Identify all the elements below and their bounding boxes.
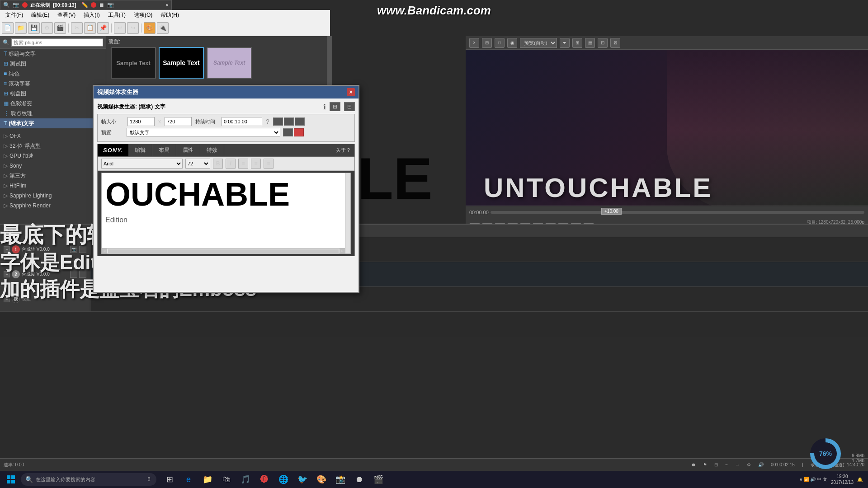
tree-item-32bit[interactable]: ▷ 32-位 浮点型 bbox=[0, 141, 106, 151]
redo-btn[interactable]: ↪ bbox=[127, 22, 139, 34]
tree-item-sapphire-render[interactable]: ▷ Sapphire Render bbox=[0, 201, 106, 211]
menu-edit[interactable]: 编辑(E) bbox=[28, 10, 53, 20]
taskbar-folder[interactable]: 📁 bbox=[199, 472, 216, 487]
start-button[interactable] bbox=[2, 472, 20, 487]
tree-item-title-text[interactable]: T 标题与文字 bbox=[0, 49, 106, 59]
dialog-btn1[interactable] bbox=[273, 117, 283, 126]
align-left-btn[interactable]: ≡ bbox=[238, 159, 248, 169]
taskbar-store[interactable]: 🛍 bbox=[218, 472, 235, 487]
tab-properties[interactable]: 属性 bbox=[176, 144, 200, 156]
taskbar-app1[interactable]: 🎵 bbox=[237, 472, 254, 487]
frame-width-input[interactable] bbox=[127, 117, 155, 126]
menu-file[interactable]: 文件(F) bbox=[2, 10, 27, 20]
tab-effects[interactable]: 特效 bbox=[200, 144, 224, 156]
prop-btn[interactable]: ⚙ bbox=[41, 22, 53, 34]
menu-insert[interactable]: 插入(I) bbox=[80, 10, 103, 20]
preview-mode-select[interactable]: 预览(自动) bbox=[520, 38, 557, 48]
save-btn[interactable]: 💾 bbox=[28, 22, 40, 34]
screenshot-icon[interactable]: 📷 bbox=[107, 2, 114, 8]
help-icon[interactable]: ? bbox=[266, 118, 269, 125]
recording-close[interactable]: × bbox=[166, 2, 169, 8]
menu-tools[interactable]: 工具(T) bbox=[104, 10, 129, 20]
voice-icon[interactable]: 🎙 bbox=[146, 476, 152, 483]
preset-item-2[interactable]: Sample Text bbox=[159, 47, 204, 79]
rec-dot2[interactable] bbox=[91, 2, 96, 8]
rp-btn4[interactable]: ◉ bbox=[507, 38, 517, 48]
track-toggle-2[interactable]: − bbox=[4, 271, 10, 277]
rp-btn3[interactable]: □ bbox=[495, 38, 505, 48]
taskbar-app6[interactable]: 📸 bbox=[332, 472, 349, 487]
rp-btn6[interactable]: ⊞ bbox=[572, 38, 582, 48]
playback-icon[interactable]: ⏺ bbox=[691, 462, 696, 467]
dialog-info-icon[interactable]: ℹ bbox=[323, 103, 326, 111]
menu-help[interactable]: 帮助(H) bbox=[157, 10, 183, 20]
rp-btn9[interactable]: ⊠ bbox=[610, 38, 620, 48]
align-center-btn[interactable]: ≡ bbox=[251, 159, 261, 169]
italic-btn[interactable]: I bbox=[226, 159, 236, 169]
tree-item-noise[interactable]: ⋮ 噪点纹理 bbox=[0, 108, 106, 118]
undo-btn[interactable]: ↩ bbox=[114, 22, 126, 34]
taskbar-edge[interactable]: e bbox=[180, 472, 197, 487]
settings-icon[interactable]: ⚙ bbox=[747, 462, 751, 467]
scroll-track[interactable] bbox=[108, 249, 339, 253]
taskbar-app8[interactable]: 🎬 bbox=[370, 472, 387, 487]
taskbar-app4[interactable]: 🐦 bbox=[294, 472, 311, 487]
tree-item-ofx[interactable]: ▷ OFX bbox=[0, 131, 106, 141]
track2-icon2[interactable] bbox=[79, 271, 86, 278]
menu-options[interactable]: 选项(O) bbox=[130, 10, 156, 20]
tree-item-scroll[interactable]: ≡ 滚动字幕 bbox=[0, 79, 106, 89]
menu-view[interactable]: 查看(V) bbox=[54, 10, 79, 20]
new-btn[interactable]: 📄 bbox=[2, 22, 14, 34]
tab-layout[interactable]: 布局 bbox=[152, 144, 176, 156]
tree-item-gpu[interactable]: ▷ GPU 加速 bbox=[0, 151, 106, 161]
tree-item-solid[interactable]: ■ 纯色 bbox=[0, 69, 106, 79]
taskbar-multitask[interactable]: ⊞ bbox=[161, 472, 178, 487]
rp-btn7[interactable]: ▤ bbox=[585, 38, 595, 48]
tree-item-test[interactable]: ⊞ 测试图 bbox=[0, 59, 106, 69]
stop-icon[interactable]: ⏹ bbox=[99, 2, 104, 8]
dialog-close-btn[interactable]: × bbox=[347, 88, 355, 96]
frame-height-input[interactable] bbox=[165, 117, 192, 126]
scroll-right-btn[interactable]: ► bbox=[340, 249, 345, 254]
tree-item-hitfilm[interactable]: ▷ HitFilm bbox=[0, 181, 106, 191]
paste-btn[interactable]: 📌 bbox=[97, 22, 109, 34]
tree-item-gradient[interactable]: ▦ 色彩渐变 bbox=[0, 99, 106, 108]
taskbar-app2[interactable]: 🅒 bbox=[256, 472, 273, 487]
scroll-left-btn[interactable]: ◄ bbox=[102, 249, 107, 254]
font-size-select[interactable]: 72 bbox=[185, 159, 210, 169]
copy-btn[interactable]: 📋 bbox=[84, 22, 96, 34]
speaker-icon[interactable]: 🔊 bbox=[758, 462, 764, 467]
preset-item-3[interactable]: Sample Text bbox=[207, 47, 252, 79]
about-link[interactable]: 关于 ? bbox=[331, 147, 354, 154]
rp-btn2[interactable]: ⊞ bbox=[482, 38, 492, 48]
tree-item-thirdparty[interactable]: ▷ 第三方 bbox=[0, 171, 106, 181]
search-input[interactable] bbox=[11, 38, 103, 47]
align-right-btn[interactable]: ≡ bbox=[264, 159, 274, 169]
track-toggle-3[interactable]: − bbox=[4, 296, 10, 302]
taskbar-search[interactable]: 🔍 在这里输入你要搜索的内容 🎙 bbox=[21, 473, 156, 486]
render-btn[interactable]: 🎬 bbox=[54, 22, 66, 34]
rp-btn8[interactable]: ⊡ bbox=[598, 38, 608, 48]
dialog-grid-btn1[interactable]: ⊞ bbox=[330, 102, 340, 111]
dialog-btn3[interactable] bbox=[295, 117, 305, 126]
bookmark-icon[interactable]: ⊟ bbox=[714, 462, 718, 467]
preset-delete-btn[interactable] bbox=[294, 128, 304, 136]
taskbar-app3[interactable]: 🌐 bbox=[275, 472, 292, 487]
taskbar-app5[interactable]: 🎨 bbox=[313, 472, 330, 487]
timeline-scrubber[interactable] bbox=[491, 211, 864, 214]
notification-icon[interactable]: 🔔 bbox=[857, 477, 863, 482]
color-btn[interactable]: 🎨 bbox=[144, 22, 156, 34]
preset-save-btn[interactable] bbox=[283, 128, 293, 136]
bold-btn[interactable]: B bbox=[213, 159, 223, 169]
arrow-icon[interactable]: → bbox=[735, 462, 740, 467]
tab-edit[interactable]: 编辑 bbox=[128, 144, 152, 156]
plugin-btn[interactable]: 🔌 bbox=[157, 22, 169, 34]
minus-icon[interactable]: − bbox=[725, 462, 728, 467]
tree-item-sony[interactable]: ▷ Sony bbox=[0, 161, 106, 171]
duration-input[interactable] bbox=[222, 117, 262, 126]
dialog-grid-btn2[interactable]: ⊟ bbox=[344, 102, 355, 111]
font-family-select[interactable]: Arial bbox=[101, 159, 183, 169]
preset-scrollbar[interactable] bbox=[327, 36, 332, 80]
flag-icon[interactable]: ⚑ bbox=[703, 462, 707, 467]
track-toggle-1[interactable]: − bbox=[4, 246, 10, 253]
